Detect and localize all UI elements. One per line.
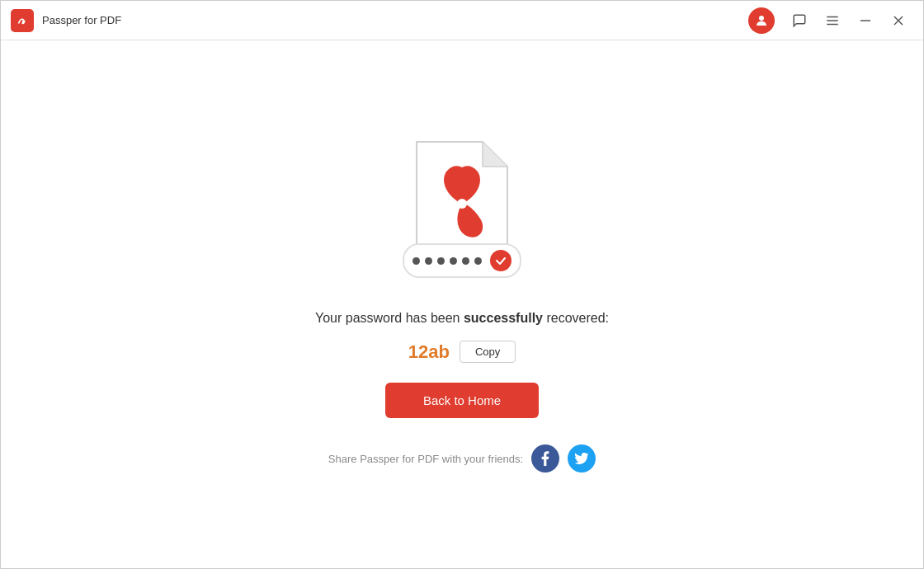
user-icon-button[interactable] (748, 7, 775, 34)
menu-icon-button[interactable] (818, 7, 847, 34)
password-row: 12ab Copy (408, 341, 516, 363)
main-content: Your password has been successfully reco… (1, 40, 923, 569)
share-text: Share Passper for PDF with your friends: (328, 453, 523, 465)
share-row: Share Passper for PDF with your friends: (328, 444, 596, 473)
pdf-icon-area (404, 138, 520, 278)
facebook-share-button[interactable] (531, 444, 559, 473)
titlebar-actions (748, 7, 913, 34)
app-title: Passper for PDF (42, 14, 748, 26)
dot-2 (425, 257, 432, 265)
dot-6 (474, 257, 482, 265)
back-to-home-button[interactable]: Back to Home (385, 383, 539, 418)
check-circle (490, 250, 512, 271)
dot-4 (450, 257, 457, 265)
close-button[interactable] (884, 7, 913, 34)
success-message: Your password has been successfully reco… (315, 311, 609, 326)
recovered-password: 12ab (408, 341, 450, 363)
dot-5 (462, 257, 469, 265)
twitter-share-button[interactable] (568, 444, 596, 473)
app-logo (11, 9, 34, 32)
copy-button[interactable]: Copy (460, 341, 516, 363)
svg-rect-0 (15, 13, 30, 28)
minimize-button[interactable] (851, 7, 880, 34)
password-bar (403, 243, 521, 278)
svg-point-1 (759, 16, 764, 21)
dot-3 (437, 257, 445, 265)
chat-icon-button[interactable] (785, 7, 814, 34)
titlebar: Passper for PDF (1, 1, 923, 40)
dot-1 (412, 257, 420, 265)
svg-point-8 (457, 199, 467, 209)
